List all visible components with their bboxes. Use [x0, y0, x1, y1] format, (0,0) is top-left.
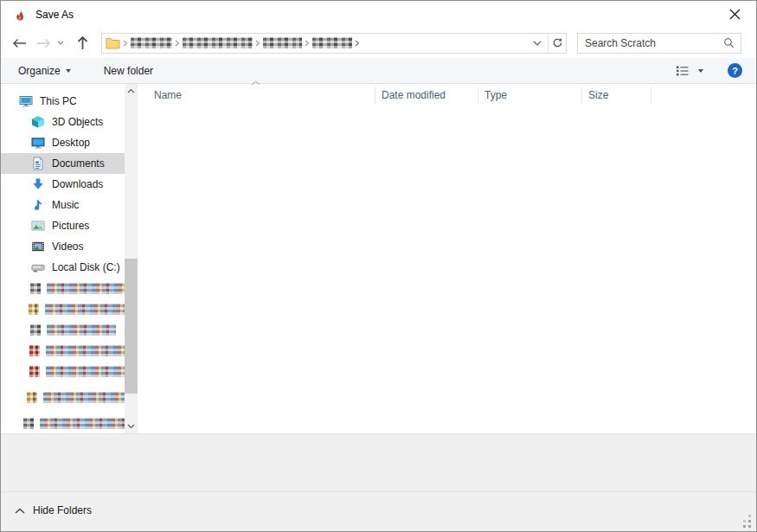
column-header-type[interactable]: Type	[478, 87, 582, 104]
window-title: Save As	[35, 9, 74, 21]
sidebar-item-3d-objects[interactable]: 3D Objects	[1, 112, 125, 132]
sidebar-item-label: Desktop	[52, 137, 90, 149]
column-label: Type	[484, 89, 507, 101]
sidebar-item-label: Documents	[52, 157, 105, 170]
redacted-label	[43, 392, 125, 403]
document-icon	[31, 157, 45, 170]
file-list-empty-area[interactable]	[138, 106, 756, 433]
breadcrumb-separator-icon	[355, 40, 360, 47]
refresh-button[interactable]	[548, 34, 566, 53]
column-header-name[interactable]: Name	[138, 87, 375, 104]
column-label: Date modified	[382, 89, 446, 101]
resize-grip-icon[interactable]	[748, 525, 751, 528]
sidebar-item-this-pc[interactable]: This PC	[1, 91, 125, 112]
help-icon: ?	[732, 66, 738, 76]
sidebar-item-pictures[interactable]: Pictures	[1, 215, 125, 236]
redacted-icon	[27, 392, 37, 403]
sidebar-item-redacted[interactable]	[1, 278, 125, 298]
back-button[interactable]	[8, 32, 30, 54]
column-label: Name	[154, 89, 182, 101]
organize-label: Organize	[18, 65, 61, 77]
chevron-down-icon	[533, 41, 542, 46]
breadcrumb-separator-icon	[123, 40, 128, 47]
column-header-size[interactable]: Size	[582, 87, 651, 104]
film-icon	[31, 240, 45, 253]
sidebar-item-redacted[interactable]	[1, 387, 125, 407]
sidebar-item-downloads[interactable]: Downloads	[1, 174, 125, 195]
chevron-down-icon	[57, 41, 64, 45]
redacted-icon	[23, 418, 34, 429]
sidebar-item-redacted[interactable]	[1, 340, 125, 361]
title-bar: Save As	[1, 1, 756, 28]
redacted-icon	[29, 345, 40, 356]
sidebar-item-label: This PC	[40, 95, 77, 107]
close-icon	[729, 9, 741, 20]
breadcrumb-segment-redacted[interactable]	[131, 37, 172, 48]
redacted-icon	[30, 324, 41, 336]
redacted-label	[47, 283, 125, 294]
search-input[interactable]	[578, 37, 723, 49]
column-label: Size	[588, 89, 608, 101]
new-folder-button[interactable]: New folder	[104, 65, 153, 77]
arrow-right-icon	[36, 38, 51, 48]
search-icon[interactable]	[723, 37, 735, 48]
computer-icon	[19, 94, 33, 108]
sidebar-scrollbar[interactable]	[125, 84, 138, 433]
desktop-icon	[31, 136, 45, 150]
scrollbar-down-button[interactable]	[125, 420, 138, 433]
column-header-date-modified[interactable]: Date modified	[375, 87, 478, 104]
sidebar-item-music[interactable]: Music	[1, 195, 125, 215]
sidebar-item-redacted[interactable]	[1, 413, 125, 433]
scrollbar-thumb[interactable]	[125, 259, 138, 394]
forward-button[interactable]	[32, 32, 55, 54]
footer-bar: Hide Folders Save Cancel	[1, 491, 756, 532]
redacted-icon	[29, 366, 40, 377]
sidebar-item-label: Local Disk (C:)	[52, 261, 120, 273]
flame-app-icon	[13, 8, 27, 22]
organize-button[interactable]: Organize	[18, 65, 71, 77]
breadcrumb-segment-redacted[interactable]	[263, 37, 302, 48]
sidebar-item-label: Videos	[52, 240, 83, 253]
help-button[interactable]: ?	[728, 63, 742, 78]
sidebar-item-label: Music	[52, 199, 79, 211]
chevron-up-icon	[127, 88, 135, 93]
chevron-up-icon	[15, 508, 25, 514]
save-as-dialog: Save As	[0, 0, 757, 532]
sidebar-item-label: Downloads	[52, 178, 103, 190]
redacted-icon	[29, 304, 39, 315]
sidebar-item-desktop[interactable]: Desktop	[1, 132, 125, 153]
fields-panel: File name: Save as type: Roast Architect…	[1, 433, 756, 491]
view-mode-button[interactable]	[675, 65, 703, 77]
hide-folders-label: Hide Folders	[33, 504, 92, 516]
redacted-icon	[30, 283, 41, 294]
redacted-label	[46, 366, 125, 377]
breadcrumb-segment-redacted[interactable]	[312, 37, 352, 48]
new-folder-label: New folder	[104, 65, 153, 77]
details-view-icon	[675, 65, 690, 77]
scrollbar-up-button[interactable]	[125, 84, 138, 98]
folder-icon	[106, 36, 120, 49]
close-button[interactable]	[718, 3, 751, 25]
hide-folders-button[interactable]: Hide Folders	[15, 504, 92, 516]
sidebar-item-redacted[interactable]	[1, 298, 125, 319]
up-button[interactable]	[71, 32, 93, 54]
history-dropdown-button[interactable]	[55, 32, 67, 54]
redacted-label	[40, 418, 125, 429]
refresh-icon	[552, 37, 563, 48]
sidebar-item-documents[interactable]: Documents	[1, 153, 125, 174]
file-list: Name Date modified Type Size	[138, 84, 756, 433]
address-bar[interactable]	[101, 33, 567, 54]
navigation-pane: This PC 3D Objects Desktop Documents Dow…	[1, 84, 125, 433]
sidebar-item-redacted[interactable]	[1, 361, 125, 381]
sort-ascending-icon	[251, 80, 260, 86]
address-dropdown-button[interactable]	[527, 34, 548, 53]
arrow-left-icon	[12, 38, 27, 48]
main-area: This PC 3D Objects Desktop Documents Dow…	[1, 84, 756, 433]
chevron-down-icon	[127, 424, 135, 429]
picture-icon	[31, 219, 45, 233]
sidebar-item-local-disk-c[interactable]: Local Disk (C:)	[1, 257, 125, 278]
redacted-label	[45, 304, 125, 315]
sidebar-item-redacted[interactable]	[1, 319, 125, 340]
sidebar-item-videos[interactable]: Videos	[1, 236, 125, 257]
breadcrumb-segment-redacted[interactable]	[183, 37, 253, 48]
